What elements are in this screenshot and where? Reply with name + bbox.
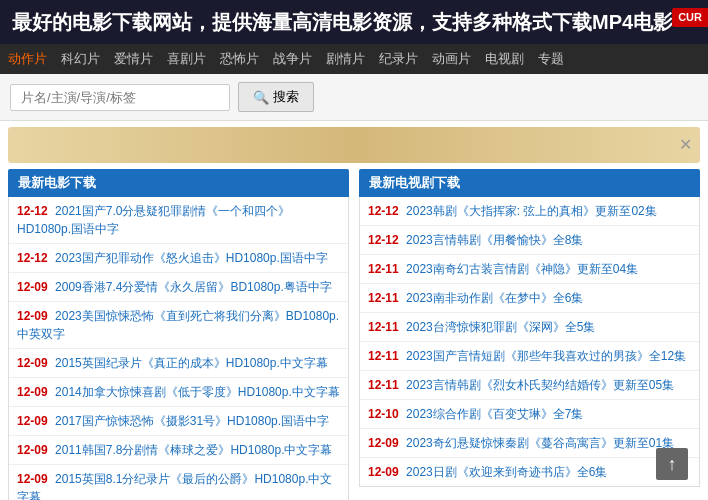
- movie-link-6[interactable]: 2014加拿大惊悚喜剧《低于零度》HD1080p.中文字幕: [55, 385, 340, 399]
- header-banner: 最好的电影下载网站，提供海量高清电影资源，支持多种格式下载MP4电影 CUR: [0, 0, 708, 44]
- tv-section: 最新电视剧下载 12-12 2023韩剧《大指挥家: 弦上的真相》更新至02集 …: [359, 169, 700, 500]
- movie-date-4: 12-09: [17, 309, 48, 323]
- tv-date-4: 12-11: [368, 291, 399, 305]
- list-item: 12-12 2023国产犯罪动作《怒火追击》HD1080p.国语中字: [9, 244, 348, 273]
- movie-date-3: 12-09: [17, 280, 48, 294]
- nav-bar: 动作片 科幻片 爱情片 喜剧片 恐怖片 战争片 剧情片 纪录片 动画片 电视剧 …: [0, 44, 708, 74]
- list-item: 12-09 2017国产惊悚恐怖《摄影31号》HD1080p.国语中字: [9, 407, 348, 436]
- nav-item-romance[interactable]: 爱情片: [114, 50, 153, 68]
- list-item: 12-11 2023台湾惊悚犯罪剧《深网》全5集: [360, 313, 699, 342]
- tv-section-header: 最新电视剧下载: [359, 169, 700, 197]
- tv-link-1[interactable]: 2023韩剧《大指挥家: 弦上的真相》更新至02集: [406, 204, 657, 218]
- nav-item-tv[interactable]: 电视剧: [485, 50, 524, 68]
- list-item: 12-11 2023南非动作剧《在梦中》全6集: [360, 284, 699, 313]
- movie-link-1[interactable]: 2021国产7.0分悬疑犯罪剧情《一个和四个》HD1080p.国语中字: [17, 204, 290, 236]
- tv-link-3[interactable]: 2023南奇幻古装言情剧《神隐》更新至04集: [406, 262, 638, 276]
- main-content: 最新电影下载 12-12 2021国产7.0分悬疑犯罪剧情《一个和四个》HD10…: [0, 169, 708, 500]
- list-item: 12-09 2015英国8.1分纪录片《最后的公爵》HD1080p.中文字幕: [9, 465, 348, 500]
- tv-date-9: 12-09: [368, 436, 399, 450]
- nav-item-comedy[interactable]: 喜剧片: [167, 50, 206, 68]
- movie-section: 最新电影下载 12-12 2021国产7.0分悬疑犯罪剧情《一个和四个》HD10…: [8, 169, 349, 500]
- movie-link-3[interactable]: 2009香港7.4分爱情《永久居留》BD1080p.粤语中字: [55, 280, 332, 294]
- movie-date-7: 12-09: [17, 414, 48, 428]
- tv-date-10: 12-09: [368, 465, 399, 479]
- cur-badge: CUR: [672, 8, 708, 27]
- list-item: 12-10 2023综合作剧《百变艾琳》全7集: [360, 400, 699, 429]
- list-item: 12-12 2021国产7.0分悬疑犯罪剧情《一个和四个》HD1080p.国语中…: [9, 197, 348, 244]
- tv-link-8[interactable]: 2023综合作剧《百变艾琳》全7集: [406, 407, 583, 421]
- tv-date-5: 12-11: [368, 320, 399, 334]
- list-item: 12-11 2023言情韩剧《烈女朴氏契约结婚传》更新至05集: [360, 371, 699, 400]
- tv-date-6: 12-11: [368, 349, 399, 363]
- search-icon: 🔍: [253, 90, 269, 105]
- tv-link-10[interactable]: 2023日剧《欢迎来到奇迹书店》全6集: [406, 465, 607, 479]
- tv-date-8: 12-10: [368, 407, 399, 421]
- list-item: 12-09 2014加拿大惊悚喜剧《低于零度》HD1080p.中文字幕: [9, 378, 348, 407]
- movie-link-2[interactable]: 2023国产犯罪动作《怒火追击》HD1080p.国语中字: [55, 251, 328, 265]
- list-item: 12-09 2023美国惊悚恐怖《直到死亡将我们分离》BD1080p.中英双字: [9, 302, 348, 349]
- nav-item-topic[interactable]: 专题: [538, 50, 564, 68]
- list-item: 12-09 2011韩国7.8分剧情《棒球之爱》HD1080p.中文字幕: [9, 436, 348, 465]
- list-item: 12-12 2023言情韩剧《用餐愉快》全8集: [360, 226, 699, 255]
- movie-list: 12-12 2021国产7.0分悬疑犯罪剧情《一个和四个》HD1080p.国语中…: [8, 197, 349, 500]
- nav-item-scifi[interactable]: 科幻片: [61, 50, 100, 68]
- list-item: 12-11 2023国产言情短剧《那些年我喜欢过的男孩》全12集: [360, 342, 699, 371]
- ad-close-button[interactable]: ✕: [679, 137, 692, 153]
- list-item: 12-09 2009香港7.4分爱情《永久居留》BD1080p.粤语中字: [9, 273, 348, 302]
- tv-link-7[interactable]: 2023言情韩剧《烈女朴氏契约结婚传》更新至05集: [406, 378, 674, 392]
- tv-date-1: 12-12: [368, 204, 399, 218]
- movie-date-8: 12-09: [17, 443, 48, 457]
- tv-link-4[interactable]: 2023南非动作剧《在梦中》全6集: [406, 291, 583, 305]
- nav-item-drama[interactable]: 剧情片: [326, 50, 365, 68]
- movie-date-2: 12-12: [17, 251, 48, 265]
- ad-banner: ✕: [8, 127, 700, 163]
- search-input[interactable]: [10, 84, 230, 111]
- movie-link-8[interactable]: 2011韩国7.8分剧情《棒球之爱》HD1080p.中文字幕: [55, 443, 332, 457]
- list-item: 12-11 2023南奇幻古装言情剧《神隐》更新至04集: [360, 255, 699, 284]
- nav-item-animation[interactable]: 动画片: [432, 50, 471, 68]
- movie-date-1: 12-12: [17, 204, 48, 218]
- tv-date-7: 12-11: [368, 378, 399, 392]
- nav-item-documentary[interactable]: 纪录片: [379, 50, 418, 68]
- nav-item-war[interactable]: 战争片: [273, 50, 312, 68]
- search-area: 🔍 搜索: [0, 74, 708, 121]
- list-item: 12-09 2023日剧《欢迎来到奇迹书店》全6集: [360, 458, 699, 486]
- tv-link-9[interactable]: 2023奇幻悬疑惊悚秦剧《蔓谷高寓言》更新至01集: [406, 436, 674, 450]
- tv-link-6[interactable]: 2023国产言情短剧《那些年我喜欢过的男孩》全12集: [406, 349, 686, 363]
- movie-date-5: 12-09: [17, 356, 48, 370]
- movie-link-4[interactable]: 2023美国惊悚恐怖《直到死亡将我们分离》BD1080p.中英双字: [17, 309, 339, 341]
- movie-link-7[interactable]: 2017国产惊悚恐怖《摄影31号》HD1080p.国语中字: [55, 414, 329, 428]
- scroll-to-top-button[interactable]: ↑: [656, 448, 688, 480]
- tv-list: 12-12 2023韩剧《大指挥家: 弦上的真相》更新至02集 12-12 20…: [359, 197, 700, 487]
- list-item: 12-12 2023韩剧《大指挥家: 弦上的真相》更新至02集: [360, 197, 699, 226]
- movie-link-9[interactable]: 2015英国8.1分纪录片《最后的公爵》HD1080p.中文字幕: [17, 472, 332, 500]
- search-button[interactable]: 🔍 搜索: [238, 82, 314, 112]
- nav-item-action[interactable]: 动作片: [8, 50, 47, 68]
- movie-date-9: 12-09: [17, 472, 48, 486]
- movie-link-5[interactable]: 2015英国纪录片《真正的成本》HD1080p.中文字幕: [55, 356, 328, 370]
- nav-item-horror[interactable]: 恐怖片: [220, 50, 259, 68]
- tv-date-2: 12-12: [368, 233, 399, 247]
- header-title: 最好的电影下载网站，提供海量高清电影资源，支持多种格式下载MP4电影: [12, 11, 673, 33]
- list-item: 12-09 2015英国纪录片《真正的成本》HD1080p.中文字幕: [9, 349, 348, 378]
- tv-link-2[interactable]: 2023言情韩剧《用餐愉快》全8集: [406, 233, 583, 247]
- movie-section-header: 最新电影下载: [8, 169, 349, 197]
- tv-link-5[interactable]: 2023台湾惊悚犯罪剧《深网》全5集: [406, 320, 595, 334]
- search-label: 搜索: [273, 88, 299, 106]
- movie-date-6: 12-09: [17, 385, 48, 399]
- list-item: 12-09 2023奇幻悬疑惊悚秦剧《蔓谷高寓言》更新至01集: [360, 429, 699, 458]
- tv-date-3: 12-11: [368, 262, 399, 276]
